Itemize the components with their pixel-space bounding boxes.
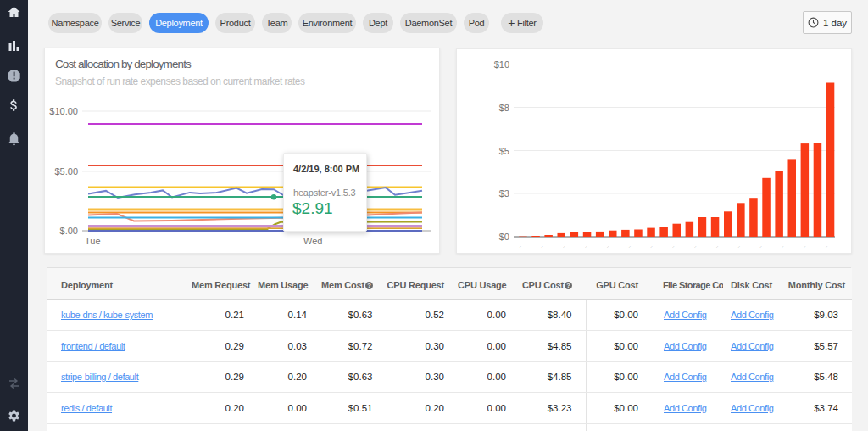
- svg-text:$0: $0: [499, 232, 509, 242]
- svg-text:..: ..: [560, 243, 565, 248]
- svg-text:Wed: Wed: [303, 236, 322, 246]
- svg-text:..: ..: [604, 243, 609, 248]
- svg-text:..: ..: [823, 243, 828, 248]
- svg-text:..: ..: [516, 243, 521, 248]
- svg-text:$.00: $.00: [60, 226, 78, 236]
- svg-text:Tue: Tue: [85, 236, 101, 246]
- svg-text:..: ..: [626, 243, 631, 248]
- svg-text:$10: $10: [494, 59, 509, 70]
- svg-text:..: ..: [779, 243, 784, 248]
- svg-text:..: ..: [538, 243, 543, 248]
- svg-text:$3: $3: [499, 188, 509, 199]
- svg-text:..: ..: [801, 243, 806, 248]
- svg-text:..: ..: [735, 243, 740, 248]
- svg-text:..: ..: [648, 243, 653, 248]
- svg-text:$8: $8: [499, 103, 509, 113]
- svg-text:..: ..: [582, 243, 587, 248]
- svg-text:..: ..: [714, 243, 719, 248]
- svg-text:..: ..: [670, 243, 675, 248]
- svg-text:..: ..: [692, 243, 697, 248]
- svg-text:$10.00: $10.00: [49, 106, 78, 116]
- svg-text:$5.00: $5.00: [54, 166, 78, 176]
- svg-text:$5: $5: [499, 146, 509, 156]
- svg-text:..: ..: [757, 243, 762, 248]
